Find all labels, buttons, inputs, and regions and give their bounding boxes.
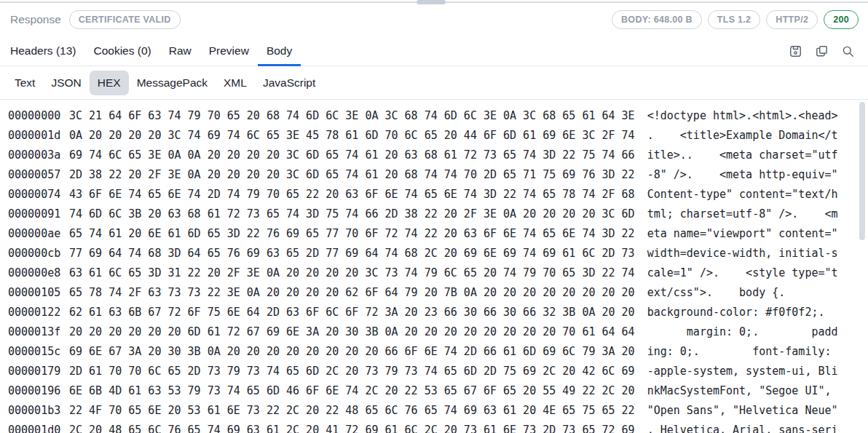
hex-row: 000001792D 61 70 70 6C 65 2D 73 79 73 74… (8, 362, 868, 381)
panel-top-divider (0, 0, 868, 3)
tab-raw[interactable]: Raw (160, 36, 200, 65)
hex-ascii: background-color: #f0f0f2;. (647, 306, 838, 319)
hex-ascii: Content-type" content="text/h (647, 188, 838, 201)
subtab-messagepack[interactable]: MessagePack (129, 71, 216, 95)
hex-offset: 00000074 (8, 185, 61, 204)
hex-offset: 000001d0 (8, 421, 61, 433)
status-badges: BODY: 648.00 BTLS 1.2HTTP/2200 (612, 10, 859, 29)
subtab-text[interactable]: Text (7, 71, 43, 95)
hex-ascii: . <title>Example Domain</t (647, 129, 838, 142)
hex-offset: 00000091 (8, 204, 61, 224)
hex-ascii: , Helvetica, Arial, sans-seri (647, 424, 838, 433)
hex-bytes: 2C 20 48 65 6C 76 65 74 69 63 61 2C 20 4… (69, 424, 635, 433)
panel-resize-handle[interactable] (417, 0, 446, 4)
hex-bytes: 69 6E 67 3A 20 30 3B 0A 20 20 20 20 20 2… (69, 345, 635, 358)
hex-bytes: 74 6D 6C 3B 20 63 68 61 72 73 65 74 3D 7… (69, 207, 635, 221)
subtab-json[interactable]: JSON (43, 71, 89, 95)
response-toolbar (789, 36, 867, 65)
hex-offset: 000000cb (8, 244, 61, 263)
hex-row: 000000572D 38 22 20 2F 3E 0A 20 20 20 20… (8, 165, 868, 185)
hex-viewer[interactable]: 000000003C 21 64 6F 63 74 79 70 65 20 68… (0, 100, 868, 433)
badge-http-2: HTTP/2 (766, 10, 818, 29)
hex-bytes: 2D 38 22 20 2F 3E 0A 20 20 20 20 3C 6D 6… (69, 168, 635, 181)
response-header: Response CERTIFICATE VALID BODY: 648.00 … (0, 3, 868, 36)
response-panel: Response CERTIFICATE VALID BODY: 648.00 … (0, 0, 868, 433)
hex-offset: 00000057 (8, 165, 61, 185)
hex-row: 000001b322 4F 70 65 6E 20 53 61 6E 73 22… (8, 401, 868, 421)
hex-row: 0000003a69 74 6C 65 3E 0A 0A 20 20 20 20… (8, 146, 868, 165)
subtab-javascript[interactable]: JavaScript (255, 71, 323, 95)
hex-bytes: 69 74 6C 65 3E 0A 0A 20 20 20 20 3C 6D 6… (69, 148, 635, 162)
hex-bytes: 0A 20 20 20 20 3C 74 69 74 6C 65 3E 45 7… (69, 129, 635, 142)
hex-row: 0000013f20 20 20 20 20 20 6D 61 72 67 69… (8, 322, 868, 342)
hex-row: 0000007443 6F 6E 74 65 6E 74 2D 74 79 70… (8, 185, 868, 204)
hex-row: 0000015c69 6E 67 3A 20 30 3B 0A 20 20 20… (8, 342, 868, 362)
hex-offset: 00000105 (8, 283, 61, 303)
hex-ascii: nkMacSystemFont, "Segoe UI", (647, 384, 838, 397)
hex-bytes: 6E 6B 4D 61 63 53 79 73 74 65 6D 46 6F 6… (69, 384, 635, 397)
hex-ascii: margin: 0;. padd (647, 325, 838, 338)
hex-bytes: 77 69 64 74 68 3D 64 65 76 69 63 65 2D 7… (69, 247, 635, 260)
save-button[interactable] (789, 44, 802, 58)
hex-ascii: itle>.. <meta charset="utf (647, 148, 838, 162)
badge-tls-1-2: TLS 1.2 (708, 10, 761, 29)
hex-offset: 0000001d (8, 126, 61, 146)
search-button[interactable] (841, 44, 855, 58)
hex-bytes: 20 20 20 20 20 20 6D 61 72 67 69 6E 3A 2… (69, 325, 635, 338)
hex-ascii: -8" />. <meta http-equiv=" (647, 168, 838, 181)
hex-bytes: 62 61 63 6B 67 72 6F 75 6E 64 2D 63 6F 6… (69, 306, 635, 319)
tab-cookies-0[interactable]: Cookies (0) (84, 36, 159, 65)
badge-body-648-00-b: BODY: 648.00 B (612, 10, 702, 29)
subtab-hex[interactable]: HEX (90, 71, 129, 95)
hex-offset: 00000122 (8, 303, 61, 322)
hex-ascii: "Open Sans", "Helvetica Neue" (647, 404, 838, 417)
hex-offset: 00000179 (8, 362, 61, 381)
subtab-xml[interactable]: XML (216, 71, 255, 95)
hex-ascii: <!doctype html>.<html>.<head> (647, 109, 838, 122)
hex-dump: 000000003C 21 64 6F 63 74 79 70 65 20 68… (8, 106, 868, 433)
hex-ascii: cale=1" />. <style type="t (647, 266, 838, 279)
tab-headers-13[interactable]: Headers (13) (1, 36, 84, 65)
hex-ascii: tml; charset=utf-8" />. <m (647, 207, 838, 221)
hex-bytes: 22 4F 70 65 6E 20 53 61 6E 73 22 2C 20 2… (69, 404, 635, 417)
hex-row: 0000012262 61 63 6B 67 72 6F 75 6E 64 2D… (8, 303, 868, 322)
hex-offset: 0000015c (8, 342, 61, 362)
search-icon (841, 44, 855, 58)
hex-offset: 000001b3 (8, 401, 61, 421)
hex-offset: 00000000 (8, 106, 61, 126)
response-title: Response (10, 13, 61, 26)
certificate-valid-badge[interactable]: CERTIFICATE VALID (69, 10, 181, 29)
body-view-subtabs: TextJSONHEXMessagePackXMLJavaScript (0, 66, 868, 100)
hex-bytes: 43 6F 6E 74 65 6E 74 2D 74 79 70 65 22 2… (69, 188, 635, 201)
hex-offset: 0000003a (8, 146, 61, 165)
tab-preview[interactable]: Preview (200, 36, 258, 65)
hex-row: 0000009174 6D 6C 3B 20 63 68 61 72 73 65… (8, 204, 868, 224)
hex-bytes: 2D 61 70 70 6C 65 2D 73 79 73 74 65 6D 2… (69, 365, 635, 378)
hex-row: 0000001d0A 20 20 20 20 3C 74 69 74 6C 65… (8, 126, 868, 146)
hex-offset: 0000013f (8, 322, 61, 342)
hex-bytes: 65 78 74 2F 63 73 73 22 3E 0A 20 20 20 2… (69, 286, 635, 299)
tabs-spacer (301, 36, 789, 65)
save-icon (789, 44, 802, 58)
hex-bytes: 3C 21 64 6F 63 74 79 70 65 20 68 74 6D 6… (69, 109, 635, 122)
hex-offset: 000000ae (8, 224, 61, 244)
hex-row: 000001d02C 20 48 65 6C 76 65 74 69 63 61… (8, 421, 868, 433)
hex-ascii: width=device-width, initial-s (647, 247, 838, 260)
response-tabs: Headers (13)Cookies (0)RawPreviewBody (0, 36, 868, 66)
hex-ascii: eta name="viewport" content=" (647, 227, 838, 240)
hex-row: 000001966E 6B 4D 61 63 53 79 73 74 65 6D… (8, 381, 868, 401)
hex-bytes: 63 61 6C 65 3D 31 22 20 2F 3E 0A 20 20 2… (69, 266, 635, 279)
hex-row: 000000ae65 74 61 20 6E 61 6D 65 3D 22 76… (8, 224, 868, 244)
copy-button[interactable] (815, 44, 829, 58)
copy-icon (815, 44, 829, 58)
vertical-scrollbar-thumb[interactable] (859, 102, 865, 240)
hex-offset: 000000e8 (8, 263, 61, 283)
hex-row: 000000003C 21 64 6F 63 74 79 70 65 20 68… (8, 106, 868, 126)
badge-200: 200 (824, 10, 859, 29)
hex-ascii: ing: 0;. font-family: (647, 345, 838, 358)
hex-ascii: ext/css">. body {. (647, 286, 838, 299)
hex-offset: 00000196 (8, 381, 61, 401)
hex-row: 0000010565 78 74 2F 63 73 73 22 3E 0A 20… (8, 283, 868, 303)
hex-bytes: 65 74 61 20 6E 61 6D 65 3D 22 76 69 65 7… (69, 227, 635, 240)
tab-body[interactable]: Body (258, 36, 301, 65)
